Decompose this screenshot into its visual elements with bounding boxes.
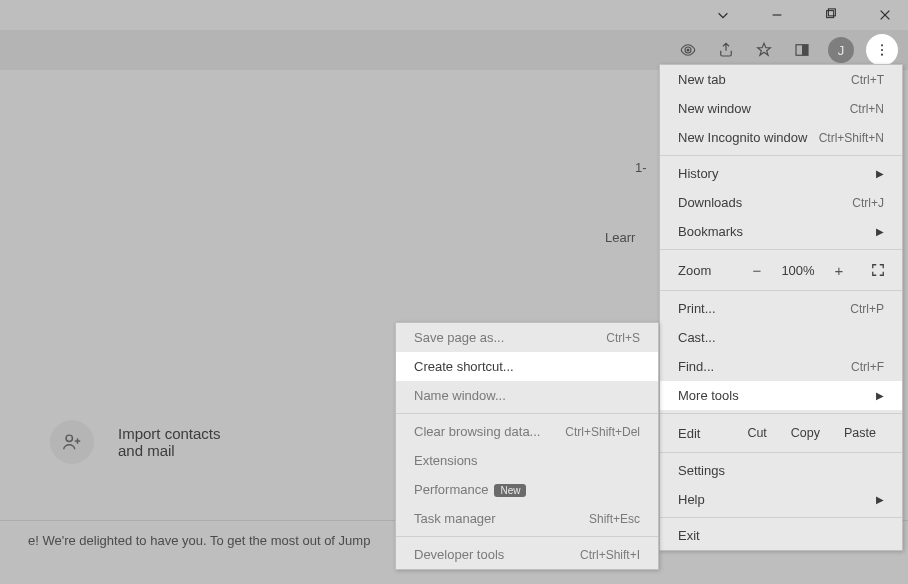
menu-separator xyxy=(660,155,902,156)
browser-main-menu: New tabCtrl+T New windowCtrl+N New Incog… xyxy=(659,64,903,551)
new-badge: New xyxy=(494,484,526,497)
menu-history[interactable]: History▶ xyxy=(660,159,902,188)
submenu-save-page[interactable]: Save page as...Ctrl+S xyxy=(396,323,658,352)
copy-button[interactable]: Copy xyxy=(779,426,832,440)
menu-separator xyxy=(660,249,902,250)
menu-print[interactable]: Print...Ctrl+P xyxy=(660,294,902,323)
chevron-right-icon: ▶ xyxy=(876,390,884,401)
menu-incognito[interactable]: New Incognito windowCtrl+Shift+N xyxy=(660,123,902,152)
zoom-in-button[interactable]: + xyxy=(828,262,850,279)
zoom-value: 100% xyxy=(778,263,818,278)
eye-icon[interactable] xyxy=(676,38,700,62)
chevron-down-icon[interactable] xyxy=(708,0,738,30)
menu-more-tools[interactable]: More tools▶ xyxy=(660,381,902,410)
svg-point-5 xyxy=(687,49,690,52)
bg-text: Learr xyxy=(605,230,635,245)
fullscreen-icon[interactable] xyxy=(868,260,888,280)
menu-edit-row: Edit Cut Copy Paste xyxy=(660,417,902,449)
menu-separator xyxy=(660,413,902,414)
menu-bookmarks[interactable]: Bookmarks▶ xyxy=(660,217,902,246)
import-contacts-icon xyxy=(50,420,94,464)
cut-button[interactable]: Cut xyxy=(735,426,778,440)
more-menu-button[interactable] xyxy=(866,34,898,66)
submenu-performance[interactable]: PerformanceNew xyxy=(396,475,658,504)
minimize-button[interactable] xyxy=(762,0,792,30)
edit-label: Edit xyxy=(678,426,735,441)
menu-new-window[interactable]: New windowCtrl+N xyxy=(660,94,902,123)
more-tools-submenu: Save page as...Ctrl+S Create shortcut...… xyxy=(395,322,659,570)
menu-exit[interactable]: Exit xyxy=(660,521,902,550)
submenu-name-window[interactable]: Name window... xyxy=(396,381,658,410)
submenu-create-shortcut[interactable]: Create shortcut... xyxy=(396,352,658,381)
menu-separator xyxy=(396,536,658,537)
svg-point-11 xyxy=(66,435,72,441)
menu-settings[interactable]: Settings xyxy=(660,456,902,485)
menu-cast[interactable]: Cast... xyxy=(660,323,902,352)
share-icon[interactable] xyxy=(714,38,738,62)
svg-point-10 xyxy=(881,54,883,56)
menu-new-tab[interactable]: New tabCtrl+T xyxy=(660,65,902,94)
bg-text: 1- xyxy=(635,160,647,175)
close-button[interactable] xyxy=(870,0,900,30)
menu-separator xyxy=(660,517,902,518)
svg-rect-2 xyxy=(828,9,835,16)
zoom-out-button[interactable]: − xyxy=(746,262,768,279)
footer-text: e! We're delighted to have you. To get t… xyxy=(28,533,370,548)
menu-downloads[interactable]: DownloadsCtrl+J xyxy=(660,188,902,217)
menu-help[interactable]: Help▶ xyxy=(660,485,902,514)
submenu-extensions[interactable]: Extensions xyxy=(396,446,658,475)
paste-button[interactable]: Paste xyxy=(832,426,888,440)
window-titlebar xyxy=(0,0,908,30)
svg-rect-7 xyxy=(802,45,808,56)
chevron-right-icon: ▶ xyxy=(876,226,884,237)
side-panel-icon[interactable] xyxy=(790,38,814,62)
profile-avatar[interactable]: J xyxy=(828,37,854,63)
svg-point-8 xyxy=(881,44,883,46)
chevron-right-icon: ▶ xyxy=(876,494,884,505)
menu-separator xyxy=(660,452,902,453)
svg-rect-1 xyxy=(827,11,834,18)
star-icon[interactable] xyxy=(752,38,776,62)
import-contacts-label: Import contacts xyxy=(118,425,221,442)
menu-separator xyxy=(396,413,658,414)
menu-zoom-row: Zoom − 100% + xyxy=(660,253,902,287)
menu-find[interactable]: Find...Ctrl+F xyxy=(660,352,902,381)
submenu-clear-data[interactable]: Clear browsing data...Ctrl+Shift+Del xyxy=(396,417,658,446)
submenu-developer-tools[interactable]: Developer toolsCtrl+Shift+I xyxy=(396,540,658,569)
chevron-right-icon: ▶ xyxy=(876,168,884,179)
import-contacts-label: and mail xyxy=(118,442,221,459)
maximize-button[interactable] xyxy=(816,0,846,30)
submenu-task-manager[interactable]: Task managerShift+Esc xyxy=(396,504,658,533)
menu-separator xyxy=(660,290,902,291)
zoom-label: Zoom xyxy=(678,263,736,278)
svg-point-9 xyxy=(881,49,883,51)
